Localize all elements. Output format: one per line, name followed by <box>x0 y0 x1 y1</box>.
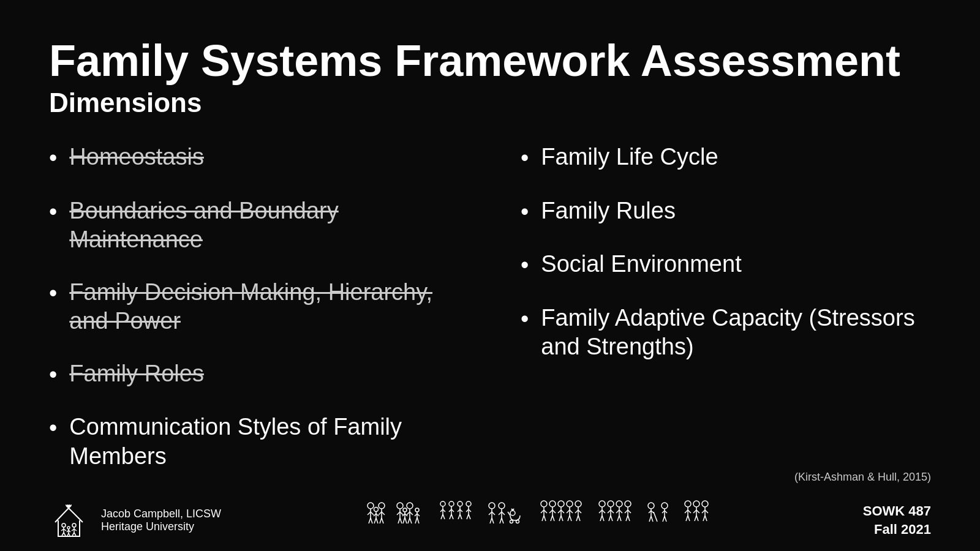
svg-line-183 <box>703 515 705 521</box>
svg-line-111 <box>552 515 554 521</box>
svg-point-167 <box>685 501 691 507</box>
svg-point-112 <box>558 501 564 507</box>
svg-line-40 <box>398 518 400 523</box>
bullet-dot: • <box>49 144 57 173</box>
svg-line-140 <box>609 515 611 521</box>
svg-point-0 <box>62 523 66 527</box>
svg-point-48 <box>403 508 407 512</box>
family-icons-row <box>358 498 726 544</box>
left-bullet-item: •Homeostasis <box>49 143 459 173</box>
svg-point-12 <box>67 527 70 529</box>
svg-line-46 <box>408 518 410 523</box>
svg-line-5 <box>64 533 66 536</box>
svg-line-59 <box>417 517 419 523</box>
svg-line-116 <box>559 515 561 521</box>
svg-line-159 <box>651 516 653 522</box>
svg-line-129 <box>578 515 580 521</box>
footer-text-block: Jacob Campbell, LICSW Heritage Universit… <box>101 508 221 533</box>
svg-point-6 <box>72 523 76 527</box>
svg-point-36 <box>397 503 403 509</box>
svg-line-82 <box>467 514 469 519</box>
svg-point-99 <box>516 520 519 523</box>
svg-line-64 <box>441 514 443 519</box>
svg-line-65 <box>443 514 445 519</box>
content-area: •Homeostasis•Boundaries and Boundary Mai… <box>49 143 931 494</box>
svg-point-98 <box>510 520 513 523</box>
svg-line-147 <box>619 515 621 521</box>
svg-line-158 <box>649 516 651 522</box>
svg-line-166 <box>665 516 666 522</box>
svg-line-17 <box>69 533 70 536</box>
svg-point-142 <box>616 501 622 507</box>
svg-point-66 <box>449 501 454 506</box>
right-bullet-item: •Family Life Cycle <box>521 143 931 173</box>
bullet-dot: • <box>521 144 529 173</box>
footer-org: Heritage University <box>101 520 221 533</box>
bullet-dot: • <box>49 198 57 227</box>
svg-line-71 <box>451 514 453 519</box>
svg-line-35 <box>376 518 378 523</box>
svg-line-141 <box>611 515 612 521</box>
svg-line-146 <box>617 515 619 521</box>
slide-header: Family Systems Framework Assessment Dime… <box>49 37 931 118</box>
left-bullet-item: •Boundaries and Boundary Maintenance <box>49 197 459 255</box>
svg-line-123 <box>570 515 571 521</box>
course-code: SOWK 487 <box>863 503 931 519</box>
footer-center-icons <box>221 498 863 544</box>
svg-point-179 <box>702 501 708 507</box>
bullet-text: Family Roles <box>69 359 204 389</box>
svg-point-148 <box>625 501 631 507</box>
svg-point-124 <box>575 501 581 507</box>
svg-line-58 <box>415 517 417 523</box>
svg-point-136 <box>608 501 614 507</box>
bullet-text: Social Environment <box>541 250 741 279</box>
semester: Fall 2021 <box>874 522 931 538</box>
svg-line-11 <box>74 533 76 536</box>
svg-point-161 <box>662 503 668 509</box>
bullet-dot: • <box>49 361 57 390</box>
svg-line-23 <box>371 518 372 523</box>
subtitle: Dimensions <box>49 88 931 118</box>
svg-point-154 <box>648 503 654 509</box>
svg-point-78 <box>466 501 471 506</box>
svg-point-106 <box>549 501 556 507</box>
svg-point-100 <box>541 501 547 507</box>
right-bullet-item: •Social Environment <box>521 250 931 280</box>
svg-line-41 <box>400 518 402 523</box>
main-title: Family Systems Framework Assessment <box>49 37 931 85</box>
svg-line-94 <box>500 518 502 523</box>
svg-point-24 <box>379 503 385 509</box>
svg-line-70 <box>450 514 451 519</box>
svg-line-105 <box>544 515 546 521</box>
svg-line-10 <box>72 533 74 536</box>
right-bullet-item: •Family Adaptive Capacity (Stressors and… <box>521 304 931 362</box>
svg-line-83 <box>469 514 470 519</box>
left-bullet-item: •Family Roles <box>49 359 459 390</box>
left-bullet-item: •Family Decision Making, Hierarchy, and … <box>49 278 459 336</box>
slide: Family Systems Framework Assessment Dime… <box>0 0 980 551</box>
svg-line-117 <box>561 515 563 521</box>
footer-right: SOWK 487 Fall 2021 <box>863 503 931 538</box>
bullet-dot: • <box>49 279 57 309</box>
bullet-dot: • <box>49 414 57 443</box>
svg-line-172 <box>688 515 690 521</box>
svg-line-128 <box>576 515 578 521</box>
citation: (Kirst-Ashman & Hull, 2015) <box>794 471 931 484</box>
svg-line-77 <box>460 514 462 519</box>
svg-line-47 <box>410 518 412 523</box>
svg-line-153 <box>628 515 630 521</box>
svg-line-171 <box>686 515 688 521</box>
svg-line-135 <box>602 515 604 521</box>
svg-point-84 <box>489 503 495 509</box>
footer-left: Jacob Campbell, LICSW Heritage Universit… <box>49 501 221 541</box>
svg-line-122 <box>568 515 570 521</box>
svg-line-160 <box>654 512 657 522</box>
svg-line-152 <box>626 515 628 521</box>
svg-line-104 <box>542 515 544 521</box>
svg-point-42 <box>407 503 413 509</box>
svg-line-53 <box>405 517 407 523</box>
svg-point-90 <box>499 503 505 509</box>
svg-point-118 <box>567 501 573 507</box>
svg-line-34 <box>374 518 376 523</box>
bullet-text: Communication Styles of Family Members <box>69 413 459 471</box>
